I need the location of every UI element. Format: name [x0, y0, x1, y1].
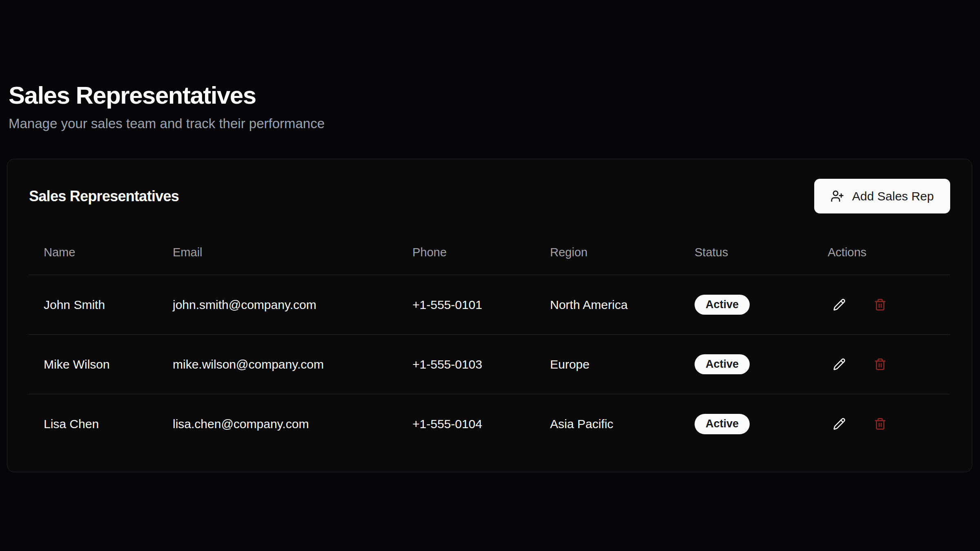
edit-button[interactable]: [828, 293, 851, 316]
column-header-name: Name: [29, 230, 158, 275]
row-actions: [828, 293, 950, 316]
cell-actions: [813, 335, 950, 394]
cell-name: Lisa Chen: [29, 394, 158, 454]
cell-status: Active: [680, 275, 813, 335]
delete-button[interactable]: [869, 293, 891, 316]
column-header-region: Region: [535, 230, 680, 275]
add-sales-rep-button[interactable]: Add Sales Rep: [814, 179, 950, 213]
delete-button[interactable]: [869, 413, 891, 435]
card-header: Sales Representatives Add Sales Rep: [29, 179, 950, 214]
column-header-email: Email: [158, 230, 398, 275]
cell-region: Asia Pacific: [535, 394, 680, 454]
row-actions: [828, 353, 950, 376]
cell-region: Europe: [535, 335, 680, 394]
card-title: Sales Representatives: [29, 188, 179, 205]
cell-email: john.smith@company.com: [158, 275, 398, 335]
column-header-actions: Actions: [813, 230, 950, 275]
cell-status: Active: [680, 394, 813, 454]
edit-button[interactable]: [828, 413, 851, 435]
cell-actions: [813, 275, 950, 335]
user-plus-icon: [831, 189, 844, 203]
trash-icon: [874, 418, 886, 430]
status-badge: Active: [695, 295, 750, 315]
table-header-row: NameEmailPhoneRegionStatusActions: [29, 230, 950, 275]
page-subtitle: Manage your sales team and track their p…: [7, 116, 973, 132]
column-header-phone: Phone: [398, 230, 535, 275]
row-actions: [828, 413, 950, 435]
page-title: Sales Representatives: [7, 80, 973, 111]
cell-status: Active: [680, 335, 813, 394]
table-row: Mike Wilsonmike.wilson@company.com+1-555…: [29, 335, 950, 394]
trash-icon: [874, 298, 886, 311]
table-row: John Smithjohn.smith@company.com+1-555-0…: [29, 275, 950, 335]
delete-button[interactable]: [869, 353, 891, 376]
status-badge: Active: [695, 354, 750, 375]
sales-reps-card: Sales Representatives Add Sales Rep: [7, 159, 972, 472]
cell-email: lisa.chen@company.com: [158, 394, 398, 454]
cell-phone: +1-555-0104: [398, 394, 535, 454]
table-row: Lisa Chenlisa.chen@company.com+1-555-010…: [29, 394, 950, 454]
pencil-icon: [833, 418, 846, 430]
column-header-status: Status: [680, 230, 813, 275]
page: Sales Representatives Manage your sales …: [0, 0, 980, 551]
sales-reps-table: NameEmailPhoneRegionStatusActions John S…: [29, 230, 950, 454]
trash-icon: [874, 358, 886, 371]
pencil-icon: [833, 298, 846, 311]
cell-region: North America: [535, 275, 680, 335]
edit-button[interactable]: [828, 353, 851, 376]
cell-email: mike.wilson@company.com: [158, 335, 398, 394]
cell-phone: +1-555-0103: [398, 335, 535, 394]
cell-phone: +1-555-0101: [398, 275, 535, 335]
add-sales-rep-label: Add Sales Rep: [852, 189, 934, 203]
cell-name: John Smith: [29, 275, 158, 335]
cell-name: Mike Wilson: [29, 335, 158, 394]
status-badge: Active: [695, 414, 750, 434]
pencil-icon: [833, 358, 846, 371]
cell-actions: [813, 394, 950, 454]
